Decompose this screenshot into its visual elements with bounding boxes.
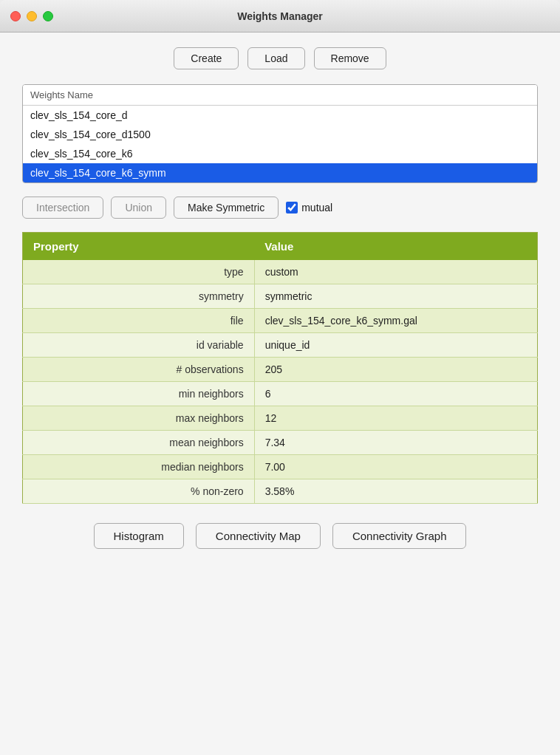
property-cell: type: [23, 260, 255, 284]
main-content: Create Load Remove Weights Name clev_sls…: [0, 33, 560, 755]
mutual-label: mutual: [286, 202, 332, 213]
title-bar: Weights Manager: [0, 0, 560, 33]
properties-table: Property Value typecustomsymmetrysymmetr…: [22, 232, 538, 504]
make-symmetric-button[interactable]: Make Symmetric: [174, 197, 279, 219]
minimize-button[interactable]: [27, 11, 37, 21]
value-cell: clev_sls_154_core_k6_symm.gal: [254, 309, 537, 333]
table-row: fileclev_sls_154_core_k6_symm.gal: [23, 309, 538, 333]
property-cell: min neighbors: [23, 382, 255, 406]
close-button[interactable]: [10, 11, 21, 21]
value-cell: 12: [254, 406, 537, 431]
toolbar: Create Load Remove: [22, 47, 538, 69]
weights-list: Weights Name clev_sls_154_core_d clev_sl…: [22, 84, 538, 183]
table-row: min neighbors6: [23, 382, 538, 406]
connectivity-graph-button[interactable]: Connectivity Graph: [332, 523, 467, 549]
property-cell: # observations: [23, 358, 255, 382]
mutual-checkbox[interactable]: [286, 202, 298, 213]
property-cell: mean neighbors: [23, 431, 255, 455]
remove-button[interactable]: Remove: [314, 47, 386, 69]
histogram-button[interactable]: Histogram: [94, 523, 184, 549]
value-cell: custom: [254, 260, 537, 284]
bottom-toolbar: Histogram Connectivity Map Connectivity …: [22, 523, 538, 549]
property-cell: max neighbors: [23, 406, 255, 431]
value-cell: unique_id: [254, 333, 537, 358]
weights-item[interactable]: clev_sls_154_core_d1500: [23, 125, 537, 144]
weights-item[interactable]: clev_sls_154_core_d: [23, 106, 537, 125]
window-controls[interactable]: [10, 11, 53, 21]
weights-item[interactable]: clev_sls_154_core_k6: [23, 144, 537, 163]
table-row: mean neighbors7.34: [23, 431, 538, 455]
property-cell: % non-zero: [23, 479, 255, 504]
value-cell: 205: [254, 358, 537, 382]
create-button[interactable]: Create: [174, 47, 239, 69]
window-title: Weights Manager: [237, 10, 323, 22]
value-cell: 7.00: [254, 455, 537, 479]
value-cell: 3.58%: [254, 479, 537, 504]
table-row: median neighbors7.00: [23, 455, 538, 479]
table-row: id variableunique_id: [23, 333, 538, 358]
value-cell: 6: [254, 382, 537, 406]
operations-row: Intersection Union Make Symmetric mutual: [22, 197, 538, 219]
property-cell: median neighbors: [23, 455, 255, 479]
mutual-text: mutual: [301, 202, 332, 213]
connectivity-map-button[interactable]: Connectivity Map: [196, 523, 321, 549]
table-row: # observations205: [23, 358, 538, 382]
property-col-header: Property: [23, 233, 255, 261]
weights-list-header: Weights Name: [23, 85, 537, 106]
table-row: % non-zero3.58%: [23, 479, 538, 504]
value-col-header: Value: [254, 233, 537, 261]
weights-item-selected[interactable]: clev_sls_154_core_k6_symm: [23, 163, 537, 182]
table-row: typecustom: [23, 260, 538, 284]
maximize-button[interactable]: [43, 11, 53, 21]
property-cell: file: [23, 309, 255, 333]
property-cell: id variable: [23, 333, 255, 358]
load-button[interactable]: Load: [247, 47, 304, 69]
intersection-button[interactable]: Intersection: [22, 197, 103, 219]
table-row: max neighbors12: [23, 406, 538, 431]
property-cell: symmetry: [23, 284, 255, 309]
value-cell: symmetric: [254, 284, 537, 309]
table-row: symmetrysymmetric: [23, 284, 538, 309]
union-button[interactable]: Union: [111, 197, 166, 219]
value-cell: 7.34: [254, 431, 537, 455]
